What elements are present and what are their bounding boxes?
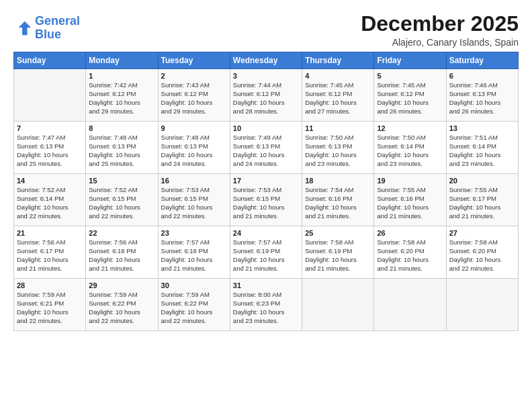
cell-content: Sunrise: 7:48 AMSunset: 6:13 PMDaylight:… — [89, 134, 154, 168]
cell-content: Sunrise: 7:51 AMSunset: 6:14 PMDaylight:… — [449, 134, 515, 168]
cell-content: Sunrise: 7:55 AMSunset: 6:16 PMDaylight:… — [377, 186, 443, 220]
cell-content: Sunrise: 7:58 AMSunset: 6:20 PMDaylight:… — [449, 238, 515, 273]
day-number: 26 — [377, 229, 443, 237]
table-row — [302, 279, 374, 331]
table-row: 2Sunrise: 7:43 AMSunset: 6:12 PMDaylight… — [158, 69, 230, 122]
week-row-5: 28Sunrise: 7:59 AMSunset: 6:21 PMDayligh… — [14, 279, 519, 331]
table-row: 6Sunrise: 7:46 AMSunset: 6:13 PMDaylight… — [446, 69, 518, 122]
table-row: 25Sunrise: 7:58 AMSunset: 6:19 PMDayligh… — [302, 226, 374, 279]
table-row: 22Sunrise: 7:56 AMSunset: 6:18 PMDayligh… — [86, 226, 158, 279]
table-row: 23Sunrise: 7:57 AMSunset: 6:18 PMDayligh… — [158, 226, 230, 279]
day-number: 20 — [449, 177, 515, 185]
cell-content: Sunrise: 7:48 AMSunset: 6:13 PMDaylight:… — [161, 134, 227, 168]
week-row-3: 14Sunrise: 7:52 AMSunset: 6:14 PMDayligh… — [14, 174, 519, 226]
week-row-1: 1Sunrise: 7:42 AMSunset: 6:12 PMDaylight… — [14, 69, 519, 122]
day-number: 5 — [377, 72, 443, 80]
cell-content: Sunrise: 7:53 AMSunset: 6:15 PMDaylight:… — [161, 186, 227, 220]
day-number: 9 — [161, 124, 227, 132]
cell-content: Sunrise: 7:57 AMSunset: 6:19 PMDaylight:… — [233, 238, 299, 273]
day-number: 2 — [161, 72, 227, 80]
table-row: 4Sunrise: 7:45 AMSunset: 6:12 PMDaylight… — [302, 69, 374, 122]
cell-content: Sunrise: 7:58 AMSunset: 6:20 PMDaylight:… — [377, 238, 443, 273]
col-thursday: Thursday — [302, 52, 374, 69]
cell-content: Sunrise: 7:43 AMSunset: 6:12 PMDaylight:… — [161, 81, 227, 116]
cell-content: Sunrise: 7:58 AMSunset: 6:19 PMDaylight:… — [305, 238, 371, 273]
day-number: 4 — [305, 72, 371, 80]
table-row: 31Sunrise: 8:00 AMSunset: 6:23 PMDayligh… — [230, 279, 302, 331]
cell-content: Sunrise: 7:59 AMSunset: 6:22 PMDaylight:… — [89, 291, 154, 325]
col-sunday: Sunday — [14, 52, 86, 69]
subtitle: Alajero, Canary Islands, Spain — [361, 37, 519, 48]
cell-content: Sunrise: 7:45 AMSunset: 6:12 PMDaylight:… — [305, 81, 371, 116]
table-row: 26Sunrise: 7:58 AMSunset: 6:20 PMDayligh… — [374, 226, 446, 279]
cell-content: Sunrise: 7:49 AMSunset: 6:13 PMDaylight:… — [233, 134, 299, 168]
table-row: 8Sunrise: 7:48 AMSunset: 6:13 PMDaylight… — [86, 122, 158, 174]
table-row: 16Sunrise: 7:53 AMSunset: 6:15 PMDayligh… — [158, 174, 230, 226]
table-row: 30Sunrise: 7:59 AMSunset: 6:22 PMDayligh… — [158, 279, 230, 331]
day-number: 12 — [377, 124, 443, 132]
day-number: 14 — [17, 177, 83, 185]
day-number: 21 — [17, 229, 83, 237]
col-wednesday: Wednesday — [230, 52, 302, 69]
table-row: 10Sunrise: 7:49 AMSunset: 6:13 PMDayligh… — [230, 122, 302, 174]
day-number: 15 — [89, 177, 154, 185]
day-number: 29 — [89, 281, 154, 289]
calendar-table: Sunday Monday Tuesday Wednesday Thursday… — [13, 52, 519, 331]
week-row-2: 7Sunrise: 7:47 AMSunset: 6:13 PMDaylight… — [14, 122, 519, 174]
cell-content: Sunrise: 7:42 AMSunset: 6:12 PMDaylight:… — [89, 81, 154, 116]
day-number: 16 — [161, 177, 227, 185]
day-number: 19 — [377, 177, 443, 185]
day-number: 18 — [305, 177, 371, 185]
table-row: 17Sunrise: 7:53 AMSunset: 6:15 PMDayligh… — [230, 174, 302, 226]
cell-content: Sunrise: 7:46 AMSunset: 6:13 PMDaylight:… — [449, 81, 515, 116]
table-row: 20Sunrise: 7:55 AMSunset: 6:17 PMDayligh… — [446, 174, 518, 226]
table-row: 24Sunrise: 7:57 AMSunset: 6:19 PMDayligh… — [230, 226, 302, 279]
col-friday: Friday — [374, 52, 446, 69]
day-number: 30 — [161, 281, 227, 289]
cell-content: Sunrise: 7:52 AMSunset: 6:15 PMDaylight:… — [89, 186, 154, 220]
day-number: 31 — [233, 281, 299, 289]
table-row: 27Sunrise: 7:58 AMSunset: 6:20 PMDayligh… — [446, 226, 518, 279]
table-row: 9Sunrise: 7:48 AMSunset: 6:13 PMDaylight… — [158, 122, 230, 174]
cell-content: Sunrise: 7:53 AMSunset: 6:15 PMDaylight:… — [233, 186, 299, 220]
table-row: 11Sunrise: 7:50 AMSunset: 6:13 PMDayligh… — [302, 122, 374, 174]
table-row: 3Sunrise: 7:44 AMSunset: 6:12 PMDaylight… — [230, 69, 302, 122]
title-block: December 2025 Alajero, Canary Islands, S… — [361, 12, 519, 48]
cell-content: Sunrise: 7:59 AMSunset: 6:22 PMDaylight:… — [161, 291, 227, 325]
day-number: 22 — [89, 229, 154, 237]
table-row: 12Sunrise: 7:50 AMSunset: 6:14 PMDayligh… — [374, 122, 446, 174]
day-number: 6 — [449, 72, 515, 80]
day-number: 7 — [17, 124, 83, 132]
day-number: 10 — [233, 124, 299, 132]
logo-text: General Blue — [35, 15, 80, 42]
day-number: 24 — [233, 229, 299, 237]
table-row: 14Sunrise: 7:52 AMSunset: 6:14 PMDayligh… — [14, 174, 86, 226]
day-number: 17 — [233, 177, 299, 185]
cell-content: Sunrise: 7:44 AMSunset: 6:12 PMDaylight:… — [233, 81, 299, 116]
table-row: 15Sunrise: 7:52 AMSunset: 6:15 PMDayligh… — [86, 174, 158, 226]
table-row: 28Sunrise: 7:59 AMSunset: 6:21 PMDayligh… — [14, 279, 86, 331]
table-row: 29Sunrise: 7:59 AMSunset: 6:22 PMDayligh… — [86, 279, 158, 331]
cell-content: Sunrise: 7:52 AMSunset: 6:14 PMDaylight:… — [17, 186, 83, 220]
logo-line2: Blue — [35, 28, 61, 41]
cell-content: Sunrise: 7:55 AMSunset: 6:17 PMDaylight:… — [449, 186, 515, 220]
table-row — [374, 279, 446, 331]
day-number: 27 — [449, 229, 515, 237]
svg-marker-0 — [18, 21, 31, 36]
table-row: 13Sunrise: 7:51 AMSunset: 6:14 PMDayligh… — [446, 122, 518, 174]
day-number: 13 — [449, 124, 515, 132]
cell-content: Sunrise: 7:45 AMSunset: 6:12 PMDaylight:… — [377, 81, 443, 116]
page: General Blue December 2025 Alajero, Cana… — [0, 0, 532, 411]
cell-content: Sunrise: 7:57 AMSunset: 6:18 PMDaylight:… — [161, 238, 227, 273]
day-number: 11 — [305, 124, 371, 132]
day-number: 1 — [89, 72, 154, 80]
col-tuesday: Tuesday — [158, 52, 230, 69]
header-row: General Blue December 2025 Alajero, Cana… — [13, 12, 519, 48]
day-number: 8 — [89, 124, 154, 132]
cell-content: Sunrise: 7:54 AMSunset: 6:16 PMDaylight:… — [305, 186, 371, 220]
table-row: 19Sunrise: 7:55 AMSunset: 6:16 PMDayligh… — [374, 174, 446, 226]
cell-content: Sunrise: 7:56 AMSunset: 6:18 PMDaylight:… — [89, 238, 154, 273]
day-number: 28 — [17, 281, 83, 289]
logo: General Blue — [13, 15, 80, 42]
cell-content: Sunrise: 7:56 AMSunset: 6:17 PMDaylight:… — [17, 238, 83, 273]
